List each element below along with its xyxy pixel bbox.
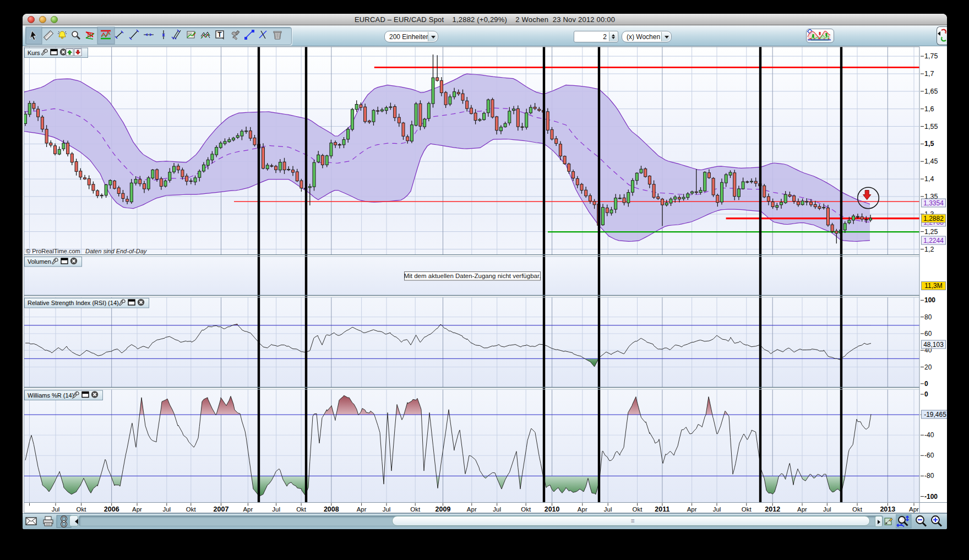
svg-text:1,2244: 1,2244 <box>923 237 944 244</box>
svg-text:Williams %R (14): Williams %R (14) <box>28 392 74 399</box>
svg-text:Volumen: Volumen <box>28 258 51 265</box>
svg-text:1,7: 1,7 <box>924 70 934 78</box>
svg-text:Jul: Jul <box>162 506 171 513</box>
svg-text:-60: -60 <box>924 452 934 459</box>
svg-text:Mit dem aktuellen Daten-Zugang: Mit dem aktuellen Daten-Zugang nicht ver… <box>404 273 541 279</box>
svg-text:Jul: Jul <box>52 506 60 513</box>
svg-text:1,65: 1,65 <box>924 88 938 95</box>
svg-text:Okt: Okt <box>186 506 197 513</box>
svg-text:Apr: Apr <box>357 506 367 513</box>
svg-text:1,2882: 1,2882 <box>923 215 944 222</box>
svg-text:Relative Strength Index (RSI): Relative Strength Index (RSI) (14) <box>28 300 119 306</box>
svg-text:2011: 2011 <box>655 505 669 513</box>
svg-text:2006: 2006 <box>104 505 119 513</box>
svg-text:Kurs: Kurs <box>28 50 40 56</box>
svg-text:1,45: 1,45 <box>924 157 938 165</box>
svg-text:Apr: Apr <box>132 506 142 513</box>
svg-text:1,55: 1,55 <box>924 123 938 131</box>
svg-text:11,3M: 11,3M <box>924 282 942 290</box>
svg-text:80: 80 <box>924 313 932 321</box>
svg-text:2012: 2012 <box>765 505 780 513</box>
svg-text:Apr: Apr <box>797 506 807 513</box>
svg-text:Jul: Jul <box>823 506 831 513</box>
svg-text:-19,465: -19,465 <box>924 411 946 418</box>
svg-text:Jul: Jul <box>383 506 391 513</box>
svg-text:Okt: Okt <box>742 506 752 513</box>
svg-text:-40: -40 <box>924 431 934 439</box>
svg-text:20: 20 <box>924 363 932 371</box>
svg-text:1,75: 1,75 <box>924 52 938 60</box>
svg-text:1,25: 1,25 <box>924 228 938 236</box>
svg-text:Jul: Jul <box>604 506 612 513</box>
svg-text:T: T <box>217 31 222 39</box>
svg-text:Daten sind End-of-Day: Daten sind End-of-Day <box>85 248 148 254</box>
svg-text:1,5: 1,5 <box>924 140 934 148</box>
svg-text:48,103: 48,103 <box>923 341 944 349</box>
svg-text:Apr: Apr <box>578 506 587 513</box>
svg-text:1,2: 1,2 <box>924 246 934 253</box>
svg-text:1,4: 1,4 <box>924 175 934 183</box>
svg-text:0: 0 <box>924 380 928 388</box>
svg-text:1,6: 1,6 <box>924 105 934 113</box>
svg-text:Apr: Apr <box>909 506 919 513</box>
svg-text:© ProRealTime.com: © ProRealTime.com <box>26 248 80 254</box>
svg-text:Okt: Okt <box>852 506 863 513</box>
svg-text:2010: 2010 <box>545 505 560 513</box>
svg-text:-80: -80 <box>924 472 934 480</box>
svg-text:Apr: Apr <box>687 506 697 513</box>
svg-text:Okt: Okt <box>633 506 643 513</box>
svg-text:Apr: Apr <box>467 506 477 513</box>
svg-text:Apr: Apr <box>243 506 253 513</box>
svg-text:100: 100 <box>924 296 935 304</box>
svg-text:2008: 2008 <box>324 505 339 513</box>
svg-text:60: 60 <box>924 330 932 338</box>
svg-text:-100: -100 <box>924 493 938 501</box>
svg-text:2009: 2009 <box>435 505 451 513</box>
svg-text:0: 0 <box>924 390 928 398</box>
svg-text:Okt: Okt <box>521 506 531 513</box>
svg-text:Jul: Jul <box>493 506 501 513</box>
svg-text:2013: 2013 <box>880 505 895 513</box>
svg-text:Jul: Jul <box>713 506 721 513</box>
svg-text:2007: 2007 <box>214 505 229 513</box>
svg-text:Okt: Okt <box>77 506 87 513</box>
svg-text:Okt: Okt <box>410 506 421 513</box>
svg-text:1,3354: 1,3354 <box>923 199 944 207</box>
svg-text:Jul: Jul <box>272 506 280 513</box>
svg-text:Okt: Okt <box>296 506 307 513</box>
